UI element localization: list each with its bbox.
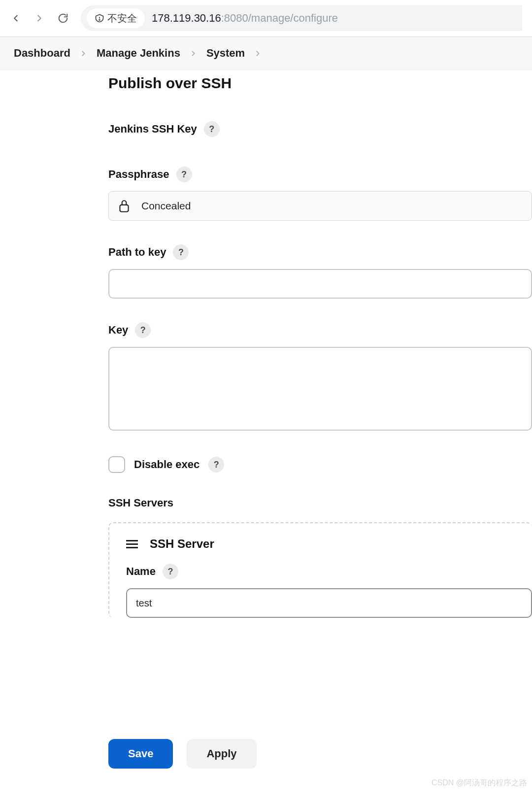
apply-button[interactable]: Apply xyxy=(187,739,256,769)
key-label: Key xyxy=(108,324,128,336)
path-to-key-label: Path to key xyxy=(108,246,166,259)
help-icon[interactable]: ? xyxy=(163,564,178,579)
disable-exec-checkbox[interactable] xyxy=(108,456,125,473)
key-textarea[interactable] xyxy=(108,347,532,431)
section-title: Publish over SSH xyxy=(108,75,532,92)
server-name-label: Name xyxy=(126,565,156,578)
svg-rect-2 xyxy=(120,205,128,212)
breadcrumb-manage-jenkins[interactable]: Manage Jenkins xyxy=(97,47,180,60)
security-chip[interactable]: 不安全 xyxy=(87,8,145,28)
chevron-right-icon xyxy=(189,49,198,58)
ssh-server-panel: SSH Server Name ? xyxy=(108,522,532,618)
browser-reload-button[interactable] xyxy=(57,12,69,24)
help-icon[interactable]: ? xyxy=(176,167,192,182)
content-area: Publish over SSH Jenkins SSH Key ? Passp… xyxy=(0,70,532,618)
server-name-input[interactable] xyxy=(126,588,532,618)
breadcrumb: Dashboard Manage Jenkins System xyxy=(0,37,532,70)
browser-forward-button[interactable] xyxy=(33,12,45,24)
jenkins-ssh-key-label: Jenkins SSH Key xyxy=(108,123,197,135)
disable-exec-label: Disable exec xyxy=(134,458,200,471)
chevron-right-icon xyxy=(79,49,88,58)
svg-point-1 xyxy=(99,20,100,21)
help-icon[interactable]: ? xyxy=(173,244,189,260)
drag-handle-icon[interactable] xyxy=(126,540,138,548)
breadcrumb-system[interactable]: System xyxy=(206,47,245,60)
security-label: 不安全 xyxy=(107,12,137,25)
chevron-right-icon xyxy=(254,49,262,58)
watermark: CSDN @阿汤哥的程序之路 xyxy=(432,778,527,788)
breadcrumb-dashboard[interactable]: Dashboard xyxy=(14,47,70,60)
help-icon[interactable]: ? xyxy=(208,457,224,472)
save-button[interactable]: Save xyxy=(108,739,173,769)
ssh-server-title: SSH Server xyxy=(150,537,214,551)
browser-toolbar: 不安全 178.119.30.16:8080/manage/configure xyxy=(0,0,532,37)
help-icon[interactable]: ? xyxy=(204,121,220,137)
browser-back-button[interactable] xyxy=(10,12,22,24)
help-icon[interactable]: ? xyxy=(135,322,151,338)
path-to-key-input[interactable] xyxy=(108,269,532,299)
url-text: 178.119.30.16:8080/manage/configure xyxy=(152,12,338,25)
passphrase-concealed-button[interactable]: Concealed xyxy=(108,191,532,221)
passphrase-concealed-text: Concealed xyxy=(141,200,191,212)
passphrase-label: Passphrase xyxy=(108,168,169,181)
ssh-servers-label: SSH Servers xyxy=(108,497,532,509)
address-bar[interactable]: 不安全 178.119.30.16:8080/manage/configure xyxy=(81,5,522,31)
lock-icon xyxy=(118,199,131,213)
action-bar: Save Apply xyxy=(108,739,257,769)
